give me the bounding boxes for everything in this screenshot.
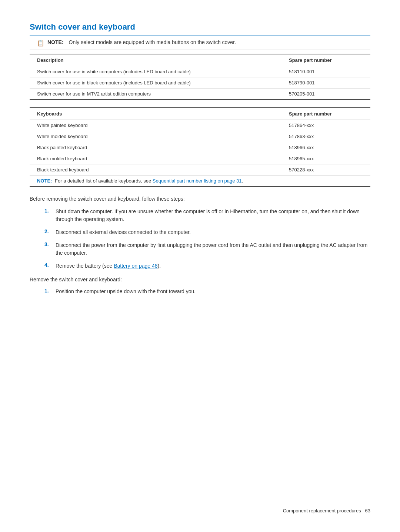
footer-page-number: 63 bbox=[365, 508, 370, 513]
keyboard-row3-desc: Black painted keyboard bbox=[37, 145, 289, 150]
list-item: 1. Shut down the computer. If you are un… bbox=[44, 208, 370, 223]
sequential-part-link[interactable]: Sequential part number listing on page 3… bbox=[153, 178, 242, 184]
switch-col2-header: Spare part number bbox=[289, 57, 363, 63]
keyboard-row1-desc: White painted keyboard bbox=[37, 123, 289, 128]
switch-row1-desc: Switch cover for use in white computers … bbox=[37, 69, 289, 74]
remove-step1-text: Position the computer upside down with t… bbox=[56, 288, 370, 295]
step3-number: 3. bbox=[44, 241, 56, 247]
keyboards-note-footer: NOTE: For a detailed list of available k… bbox=[30, 175, 370, 186]
keyboard-row4-part: 518965-xxx bbox=[289, 156, 363, 161]
battery-link[interactable]: Battery on page 48 bbox=[114, 263, 157, 269]
switch-row2-part: 518790-001 bbox=[289, 80, 363, 86]
table-row: Black molded keyboard 518965-xxx bbox=[30, 153, 370, 164]
step3-text: Disconnect the power from the computer b… bbox=[56, 241, 370, 257]
table-row: White painted keyboard 517864-xxx bbox=[30, 120, 370, 131]
page-title: Switch cover and keyboard bbox=[30, 22, 370, 32]
keyboards-col1-header: Keyboards bbox=[37, 111, 289, 117]
switch-table: Description Spare part number Switch cov… bbox=[30, 54, 370, 100]
remove-intro-text: Remove the switch cover and keyboard: bbox=[30, 277, 370, 282]
steps-list: 1. Shut down the computer. If you are un… bbox=[44, 208, 370, 270]
footer-text: Component replacement procedures bbox=[283, 508, 361, 513]
step2-text: Disconnect all external devices connecte… bbox=[56, 228, 370, 236]
table-row: Black painted keyboard 518966-xxx bbox=[30, 142, 370, 153]
list-item: 4. Remove the battery (see Battery on pa… bbox=[44, 262, 370, 270]
footer-page: Component replacement procedures 63 bbox=[283, 508, 370, 513]
table-row: Switch cover for use in MTV2 artist edit… bbox=[30, 88, 370, 99]
keyboard-row5-part: 570228-xxx bbox=[289, 167, 363, 173]
step1-text: Shut down the computer. If you are unsur… bbox=[56, 208, 370, 223]
table-row: Switch cover for use in white computers … bbox=[30, 66, 370, 77]
remove-step1-number: 1. bbox=[44, 288, 56, 294]
step4-text-before: Remove the battery (see bbox=[56, 263, 114, 269]
note-icon: 📋 bbox=[37, 40, 44, 47]
switch-row2-desc: Switch cover for use in black computers … bbox=[37, 80, 289, 86]
switch-row1-part: 518110-001 bbox=[289, 69, 363, 74]
keyboards-table-header: Keyboards Spare part number bbox=[30, 108, 370, 120]
keyboards-col2-header: Spare part number bbox=[289, 111, 363, 117]
table-row: Switch cover for use in black computers … bbox=[30, 77, 370, 88]
keyboard-row2-desc: White molded keyboard bbox=[37, 134, 289, 139]
keyboard-row4-desc: Black molded keyboard bbox=[37, 156, 289, 161]
table-row: Black textured keyboard 570228-xxx bbox=[30, 164, 370, 175]
switch-col1-header: Description bbox=[37, 57, 289, 63]
note-row: 📋 NOTE: Only select models are equipped … bbox=[30, 36, 370, 50]
keyboards-note-text: For a detailed list of available keyboar… bbox=[55, 178, 153, 184]
note-text: Only select models are equipped with med… bbox=[69, 39, 236, 45]
step1-number: 1. bbox=[44, 208, 56, 214]
keyboard-row3-part: 518966-xxx bbox=[289, 145, 363, 150]
keyboards-note-label: NOTE: bbox=[37, 178, 52, 184]
footer-end: . bbox=[242, 178, 243, 184]
keyboard-row2-part: 517863-xxx bbox=[289, 134, 363, 139]
note-label: NOTE: bbox=[47, 39, 64, 45]
list-item: 2. Disconnect all external devices conne… bbox=[44, 228, 370, 236]
remove-steps-list: 1. Position the computer upside down wit… bbox=[44, 288, 370, 295]
switch-row3-desc: Switch cover for use in MTV2 artist edit… bbox=[37, 91, 289, 97]
step4-text: Remove the battery (see Battery on page … bbox=[56, 262, 370, 270]
switch-row3-part: 570205-001 bbox=[289, 91, 363, 97]
list-item: 3. Disconnect the power from the compute… bbox=[44, 241, 370, 257]
keyboard-row5-desc: Black textured keyboard bbox=[37, 167, 289, 173]
keyboards-table: Keyboards Spare part number White painte… bbox=[30, 107, 370, 187]
keyboard-row1-part: 517864-xxx bbox=[289, 123, 363, 128]
step4-number: 4. bbox=[44, 262, 56, 268]
step4-text-end: ). bbox=[158, 263, 161, 269]
list-item: 1. Position the computer upside down wit… bbox=[44, 288, 370, 295]
intro-text: Before removing the switch cover and key… bbox=[30, 196, 370, 202]
switch-table-header: Description Spare part number bbox=[30, 54, 370, 66]
step2-number: 2. bbox=[44, 228, 56, 234]
table-row: White molded keyboard 517863-xxx bbox=[30, 131, 370, 142]
